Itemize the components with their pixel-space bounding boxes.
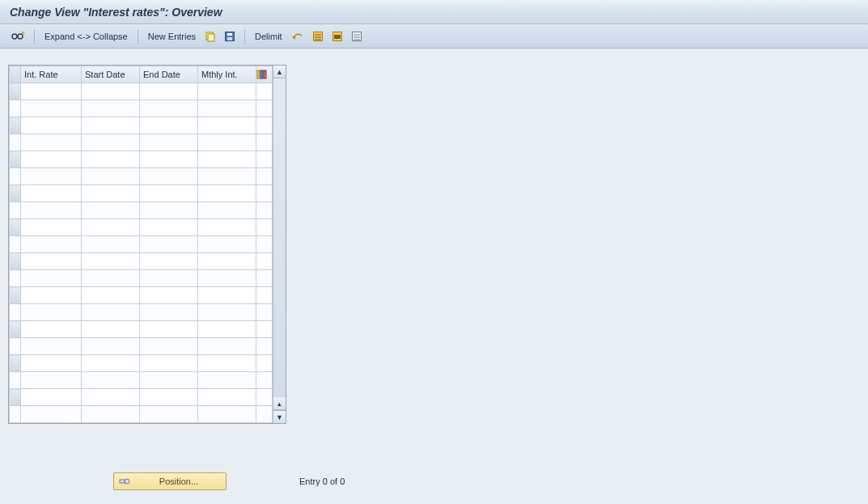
expand-collapse-button[interactable]: Expand <-> Collapse [44,32,128,41]
cell-start-date[interactable] [82,202,140,219]
cell-mthly-int[interactable] [198,304,256,321]
cell-start-date[interactable] [82,168,140,185]
cell-start-date[interactable] [82,151,140,168]
cell-mthly-int[interactable] [198,287,256,304]
cell-start-date[interactable] [82,355,140,372]
table-row[interactable] [10,83,273,100]
column-start-date[interactable]: Start Date [82,66,140,83]
new-entries-button[interactable]: New Entries [148,32,196,41]
undo-icon[interactable] [289,29,307,44]
row-selector[interactable] [10,151,21,168]
cell-int-rate[interactable] [21,151,82,168]
cell-end-date[interactable] [140,219,198,236]
cell-start-date[interactable] [82,338,140,355]
cell-mthly-int[interactable] [198,270,256,287]
cell-int-rate[interactable] [21,389,82,406]
row-selector[interactable] [10,372,21,389]
table-row[interactable] [10,389,273,406]
row-selector[interactable] [10,338,21,355]
table-row[interactable] [10,219,273,236]
cell-start-date[interactable] [82,219,140,236]
row-selector[interactable] [10,270,21,287]
table-row[interactable] [10,202,273,219]
column-int-rate[interactable]: Int. Rate [21,66,82,83]
position-button[interactable]: Position... [113,472,227,490]
cell-mthly-int[interactable] [198,219,256,236]
cell-mthly-int[interactable] [198,185,256,202]
table-vertical-scrollbar[interactable]: ▲ ▴ ▼ [273,66,286,423]
table-row[interactable] [10,304,273,321]
cell-end-date[interactable] [140,168,198,185]
cell-int-rate[interactable] [21,168,82,185]
cell-int-rate[interactable] [21,236,82,253]
cell-end-date[interactable] [140,83,198,100]
cell-end-date[interactable] [140,134,198,151]
table-row[interactable] [10,100,273,117]
delimit-button[interactable]: Delimit [255,32,282,41]
column-end-date[interactable]: End Date [140,66,198,83]
scroll-down-icon[interactable]: ▼ [273,410,286,423]
cell-end-date[interactable] [140,287,198,304]
cell-start-date[interactable] [82,236,140,253]
cell-int-rate[interactable] [21,134,82,151]
cell-int-rate[interactable] [21,406,82,423]
table-row[interactable] [10,185,273,202]
scroll-down-small-icon[interactable]: ▴ [273,397,286,410]
cell-end-date[interactable] [140,202,198,219]
cell-int-rate[interactable] [21,219,82,236]
cell-end-date[interactable] [140,355,198,372]
row-selector[interactable] [10,117,21,134]
cell-mthly-int[interactable] [198,83,256,100]
row-selector[interactable] [10,304,21,321]
cell-mthly-int[interactable] [198,117,256,134]
cell-start-date[interactable] [82,83,140,100]
cell-mthly-int[interactable] [198,168,256,185]
cell-mthly-int[interactable] [198,236,256,253]
cell-int-rate[interactable] [21,338,82,355]
row-selector[interactable] [10,406,21,423]
select-block-icon[interactable] [329,29,345,44]
table-row[interactable] [10,406,273,423]
table-row[interactable] [10,117,273,134]
cell-end-date[interactable] [140,321,198,338]
table-row[interactable] [10,151,273,168]
scroll-track[interactable] [273,78,286,397]
cell-end-date[interactable] [140,253,198,270]
table-row[interactable] [10,253,273,270]
select-all-icon[interactable] [310,29,326,44]
table-row[interactable] [10,168,273,185]
save-variant-icon[interactable] [222,29,238,44]
interest-rates-table[interactable]: Int. Rate Start Date End Date Mthly Int. [9,66,273,423]
copy-icon[interactable] [202,29,218,44]
cell-start-date[interactable] [82,185,140,202]
table-row[interactable] [10,372,273,389]
cell-end-date[interactable] [140,100,198,117]
row-selector[interactable] [10,236,21,253]
cell-end-date[interactable] [140,406,198,423]
cell-int-rate[interactable] [21,100,82,117]
row-selector[interactable] [10,321,21,338]
row-selector[interactable] [10,287,21,304]
cell-int-rate[interactable] [21,304,82,321]
table-row[interactable] [10,270,273,287]
cell-int-rate[interactable] [21,117,82,134]
cell-int-rate[interactable] [21,355,82,372]
table-row[interactable] [10,355,273,372]
cell-start-date[interactable] [82,287,140,304]
cell-end-date[interactable] [140,389,198,406]
deselect-all-icon[interactable] [349,29,365,44]
cell-start-date[interactable] [82,372,140,389]
cell-int-rate[interactable] [21,270,82,287]
row-selector[interactable] [10,185,21,202]
row-selector[interactable] [10,134,21,151]
cell-mthly-int[interactable] [198,406,256,423]
row-selector[interactable] [10,202,21,219]
row-selector[interactable] [10,168,21,185]
cell-start-date[interactable] [82,304,140,321]
row-selector[interactable] [10,83,21,100]
cell-mthly-int[interactable] [198,355,256,372]
row-selector[interactable] [10,100,21,117]
cell-mthly-int[interactable] [198,151,256,168]
cell-start-date[interactable] [82,134,140,151]
configure-columns-icon[interactable] [256,66,273,83]
